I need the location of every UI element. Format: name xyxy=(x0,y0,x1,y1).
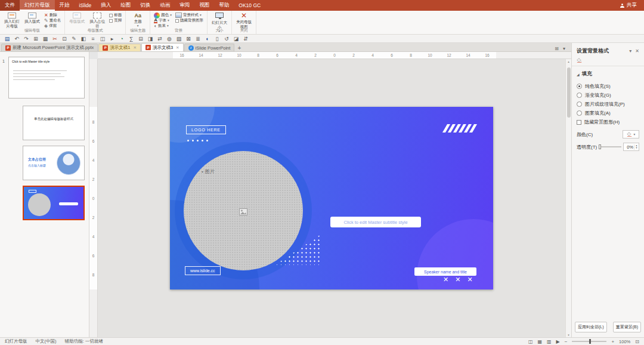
panel-close-icon[interactable]: ✕ xyxy=(635,48,639,54)
slider-knob[interactable] xyxy=(599,144,601,149)
toolbar-icon[interactable]: ⊞ xyxy=(31,36,41,42)
gradient-fill-radio[interactable]: 渐变填充(G) xyxy=(577,91,639,100)
doc-tab-4[interactable]: i iSlide PowerPoint xyxy=(184,44,235,51)
slide-thumbnail-master[interactable]: Click to edit Master title style xyxy=(8,57,85,98)
toolbar-icon[interactable]: ✎ xyxy=(69,36,79,42)
close-tab-icon[interactable]: ✕ xyxy=(133,45,136,50)
close-master-view-button[interactable]: ✕ 关闭母版视图 xyxy=(234,12,253,29)
toolbar-icon[interactable]: ∑ xyxy=(126,36,136,42)
toolbar-icon[interactable]: ◔ xyxy=(117,36,126,42)
toolbar-icon[interactable]: ◫ xyxy=(98,36,107,42)
ribbon-tab[interactable]: 帮助 xyxy=(214,0,234,11)
fill-color-dropdown[interactable]: ▾ xyxy=(623,130,639,138)
insert-layout-button[interactable]: 插入版式 xyxy=(23,12,42,24)
ribbon-tab[interactable]: 审阅 xyxy=(175,0,194,11)
toolbar-icon[interactable]: ◐ xyxy=(203,36,212,42)
scroll-down-icon[interactable]: ▾ xyxy=(566,333,571,337)
zoom-slider-knob[interactable] xyxy=(589,339,591,344)
doc-tab-1[interactable]: P 新建 Microsoft PowerPoint 演示文稿.pptx xyxy=(1,44,98,51)
toolbar-icon[interactable]: ◨ xyxy=(145,36,155,42)
toolbar-icon[interactable]: ▦ xyxy=(41,36,50,42)
ribbon-tab[interactable]: 开始 xyxy=(55,0,75,11)
slide-canvas[interactable]: LOGO HERE • 图片 xyxy=(98,59,571,337)
apply-to-all-button[interactable]: 应用到全部(L) xyxy=(575,322,607,332)
pattern-fill-radio[interactable]: 图案填充(A) xyxy=(577,109,639,118)
reset-background-button[interactable]: 重置背景(B) xyxy=(613,322,641,332)
toolbar-icon[interactable]: ↺ xyxy=(222,36,231,42)
transparency-slider[interactable] xyxy=(599,146,621,147)
website-text-box[interactable]: www.islide.cc xyxy=(185,266,221,275)
ribbon-tab[interactable]: 插入 xyxy=(96,0,116,11)
status-accessibility[interactable]: 辅助功能: 一切就绪 xyxy=(65,338,103,344)
scrollbar-thumb[interactable] xyxy=(567,67,571,118)
ribbon-tab[interactable]: 绘图 xyxy=(116,0,135,11)
subtitle-placeholder[interactable]: Click to edit Master subtitle style xyxy=(330,217,421,227)
title-checkbox[interactable]: 标题 xyxy=(108,13,123,18)
toolbar-icon[interactable]: ▤ xyxy=(2,36,12,42)
toolbar-icon[interactable]: ✂ xyxy=(50,36,60,42)
window-switch-icon[interactable]: ⊞ xyxy=(555,46,559,51)
themes-button[interactable]: Aa 主题 ▾ xyxy=(128,12,147,28)
ribbon-tab[interactable]: iSlide xyxy=(75,0,97,11)
speaker-placeholder[interactable]: Speaker name and title xyxy=(414,267,476,276)
transparency-input[interactable]: 0% ▴ ▾ xyxy=(623,143,639,151)
normal-view-icon[interactable]: ◫ xyxy=(528,339,533,344)
toolbar-icon[interactable]: ▧ xyxy=(174,36,184,42)
toolbar-icon[interactable]: ≣ xyxy=(193,36,203,42)
spin-down-icon[interactable]: ▾ xyxy=(636,147,637,150)
toolbar-icon[interactable]: ▯ xyxy=(212,36,222,42)
toolbar-icon[interactable]: ↷ xyxy=(21,36,31,42)
toolbar-icon[interactable]: ≡ xyxy=(88,36,98,42)
zoom-slider[interactable] xyxy=(572,341,606,342)
doc-tab-2[interactable]: P 演示文稿1 ✕ xyxy=(98,44,141,51)
panel-options-icon[interactable]: ▾ xyxy=(629,48,631,54)
ribbon-tab[interactable]: 切换 xyxy=(135,0,155,11)
toolbar-icon[interactable]: ↶ xyxy=(12,36,21,42)
toolbar-icon[interactable]: ◧ xyxy=(79,36,88,42)
slide-thumbnail-layout-2[interactable]: 单击此处编辑母版标题样式 xyxy=(23,106,85,140)
zoom-out-icon[interactable]: − xyxy=(565,339,568,344)
ribbon-tab[interactable]: 视图 xyxy=(194,0,214,11)
fonts-button[interactable]: A 字体 ▾ xyxy=(153,18,173,23)
status-language[interactable]: 中文(中国) xyxy=(36,338,57,344)
slide-thumbnail-layout-3[interactable]: 文本占位符 点击输入标题 xyxy=(23,146,85,180)
hide-background-graphics-checkbox[interactable]: 隐藏背景图形 xyxy=(174,18,205,23)
picture-fill-radio[interactable]: 图片或纹理填充(P) xyxy=(577,100,639,109)
picture-placeholder[interactable]: • 图片 xyxy=(184,151,303,270)
fill-bucket-icon[interactable] xyxy=(577,58,582,63)
close-tab-icon[interactable]: ✕ xyxy=(176,45,179,50)
toolbar-icon[interactable]: ⇄ xyxy=(155,36,165,42)
insert-slide-master-button[interactable]: 插入幻灯片母版 xyxy=(2,12,21,29)
zoom-in-icon[interactable]: + xyxy=(611,339,614,344)
footers-checkbox[interactable]: 页脚 xyxy=(108,18,123,23)
slide-sorter-view-icon[interactable]: ▦ xyxy=(537,339,542,344)
new-tab-button[interactable]: + xyxy=(235,45,243,51)
toolbar-icon[interactable]: ◪ xyxy=(231,36,241,42)
toolbar-icon[interactable]: ⊠ xyxy=(184,36,193,42)
share-button[interactable]: 共享 xyxy=(613,0,644,11)
ribbon-tab[interactable]: 幻灯片母版 xyxy=(20,0,55,11)
toolbar-icon[interactable]: ◍ xyxy=(165,36,174,42)
scroll-up-icon[interactable]: ▴ xyxy=(566,60,571,63)
toolbar-icon[interactable]: ▸ xyxy=(107,36,117,42)
delete-button[interactable]: ✕ 删除 xyxy=(43,13,62,18)
solid-fill-radio[interactable]: 纯色填充(S) xyxy=(577,82,639,91)
toolbar-icon[interactable]: ⊡ xyxy=(60,36,69,42)
slide-thumbnail-layout-4-selected[interactable] xyxy=(23,186,85,220)
ribbon-tab[interactable]: 文件 xyxy=(0,0,20,11)
vertical-scrollbar[interactable]: ▴ ▾ xyxy=(565,59,571,337)
fill-section-header[interactable]: ◢ 填充 xyxy=(577,70,639,78)
doc-tab-3-active[interactable]: P 演示文稿3 ✕ xyxy=(141,43,184,51)
ribbon-tab[interactable]: 动画 xyxy=(155,0,175,11)
slide[interactable]: LOGO HERE • 图片 xyxy=(170,107,493,289)
ribbon-tab[interactable]: OK10 GC xyxy=(234,0,265,11)
tab-menu-icon[interactable]: ▾ xyxy=(563,46,565,51)
rename-button[interactable]: ✎ 重命名 xyxy=(43,18,62,23)
spinner-arrows[interactable]: ▴ ▾ xyxy=(634,144,639,150)
slideshow-icon[interactable]: ▶ xyxy=(556,339,560,344)
background-styles-button[interactable]: 背景样式 ▾ xyxy=(174,13,205,18)
master-layout-button[interactable]: 母版版式 xyxy=(67,12,86,24)
hide-background-graphics-checkbox[interactable]: 隐藏背景图形(H) xyxy=(577,118,639,127)
fit-to-window-icon[interactable]: ⊡ xyxy=(635,339,639,344)
toolbar-icon[interactable]: ⇵ xyxy=(241,36,250,42)
